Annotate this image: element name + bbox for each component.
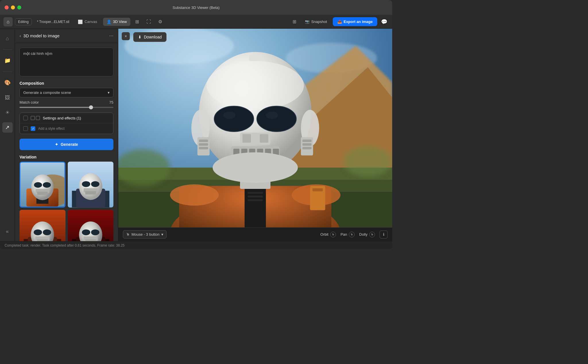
- settings-checkbox[interactable]: [23, 116, 28, 120]
- svg-point-30: [91, 229, 99, 235]
- composition-dropdown-value: Generate a composite scene: [23, 90, 71, 95]
- variation-title: Variation: [20, 155, 113, 159]
- grid-icon[interactable]: ⊞: [290, 17, 299, 26]
- panel-header: ‹ 3D model to image ···: [15, 29, 118, 43]
- svg-rect-77: [199, 143, 208, 146]
- mouse-mode-dropdown[interactable]: 🖱 Mouse - 3 button ▾: [123, 230, 167, 239]
- generate-label: Generate: [61, 142, 78, 147]
- thumb-4-image: [68, 210, 114, 241]
- toolbar-right: ⊞ 📷 Snapshot 📤 Export an image 💬: [290, 17, 389, 26]
- settings-icon-2: [36, 116, 40, 120]
- fullscreen-window-button[interactable]: [17, 5, 21, 9]
- close-window-button[interactable]: [5, 5, 9, 9]
- home-button[interactable]: ⌂: [3, 17, 13, 26]
- slider-thumb[interactable]: [89, 105, 93, 109]
- svg-point-73: [213, 152, 298, 183]
- panel-title: 3D model to image: [23, 33, 107, 38]
- svg-rect-65: [260, 134, 268, 143]
- sidebar-item-lighting[interactable]: ☀: [2, 107, 13, 118]
- sidebar-item-textures[interactable]: 🖼: [2, 92, 13, 103]
- pan-mouse-icon: 🖱: [349, 232, 355, 237]
- editing-badge[interactable]: Editing: [15, 18, 32, 25]
- dolly-control: Dolly 🖱: [359, 232, 375, 237]
- dropdown-chevron-icon: ▾: [108, 90, 110, 95]
- settings-icon-group: [31, 116, 40, 120]
- style-checkbox-checked[interactable]: [31, 126, 35, 131]
- canvas-tab[interactable]: ⬜ Canvas: [74, 18, 100, 26]
- variation-thumb-3[interactable]: [20, 210, 65, 241]
- view-icon-3[interactable]: ⚙: [156, 17, 165, 26]
- prompt-input[interactable]: một cái hình nộm: [20, 48, 113, 76]
- sidebar-item-export[interactable]: ↗: [2, 122, 13, 133]
- settings-row-2[interactable]: Add a style effect: [20, 123, 113, 134]
- orbit-mouse-icon: 🖱: [330, 232, 336, 237]
- variation-grid: [20, 162, 113, 241]
- svg-point-12: [79, 173, 102, 200]
- dolly-mouse-icon: 🖱: [369, 232, 375, 237]
- snapshot-icon: 📷: [305, 20, 310, 24]
- panel-more-button[interactable]: ···: [109, 33, 113, 39]
- status-text: Completed task: render. Task completed a…: [5, 243, 125, 247]
- variation-thumb-2[interactable]: [68, 162, 114, 208]
- svg-point-49: [170, 184, 219, 206]
- orbit-control: Orbit 🖱: [320, 232, 336, 237]
- export-label: Export an image: [344, 20, 373, 24]
- svg-point-13: [82, 181, 90, 187]
- sidebar-item-home[interactable]: ⌂: [2, 33, 13, 44]
- threed-tab[interactable]: 👤 3D View: [103, 18, 130, 26]
- close-image-button[interactable]: ×: [122, 32, 130, 40]
- window-title: Substance 3D Viewer (Beta): [173, 5, 220, 10]
- generate-icon: ✦: [55, 142, 58, 147]
- svg-point-22: [43, 229, 51, 235]
- svg-point-6: [43, 182, 51, 188]
- composition-title: Composition: [20, 81, 113, 86]
- download-button[interactable]: ⬇ Download: [133, 32, 167, 42]
- generate-button[interactable]: ✦ Generate: [20, 139, 113, 150]
- sidebar-collapse-button[interactable]: «: [2, 226, 13, 237]
- snapshot-button[interactable]: 📷 Snapshot: [301, 18, 330, 26]
- variation-thumb-4[interactable]: [68, 210, 114, 241]
- pan-control: Pan 🖱: [341, 232, 355, 237]
- mouse-mode-icon: 🖱: [126, 232, 130, 237]
- svg-point-42: [343, 146, 392, 177]
- svg-point-5: [34, 182, 42, 188]
- svg-point-29: [82, 229, 90, 235]
- chat-button[interactable]: 💬: [380, 17, 389, 26]
- svg-rect-32: [85, 239, 96, 241]
- svg-rect-16: [85, 191, 96, 195]
- composition-dropdown[interactable]: Generate a composite scene ▾: [20, 88, 113, 97]
- settings-row-1[interactable]: Settings and effects (1): [20, 113, 113, 123]
- view-icon-1[interactable]: ⊞: [133, 17, 142, 26]
- download-icon: ⬇: [138, 35, 142, 39]
- svg-rect-46: [248, 192, 263, 194]
- export-button[interactable]: 📤 Export an image: [333, 17, 377, 26]
- panel-back-button[interactable]: ‹: [20, 33, 21, 38]
- variation-thumb-1[interactable]: [20, 162, 65, 208]
- toolbar-left: ⌂ Editing * Trooper...ELMET.stl ⬜ Canvas…: [3, 17, 288, 26]
- toolbar: ⌂ Editing * Trooper...ELMET.stl ⬜ Canvas…: [0, 15, 392, 29]
- svg-rect-76: [199, 140, 208, 142]
- close-icon: ×: [125, 34, 127, 38]
- view-icon-2[interactable]: ⛶: [144, 17, 153, 26]
- view-controls: 🖱 Mouse - 3 button ▾ Orbit 🖱 Pan 🖱 Dolly…: [118, 227, 392, 241]
- svg-point-56: [206, 61, 304, 110]
- svg-point-4: [31, 175, 54, 200]
- sidebar-item-files[interactable]: 📁: [2, 55, 13, 66]
- file-tab[interactable]: * Trooper...ELMET.stl: [34, 19, 72, 25]
- canvas-icon: ⬜: [78, 20, 83, 24]
- sidebar-item-materials[interactable]: 🎨: [2, 78, 13, 88]
- minimize-window-button[interactable]: [11, 5, 15, 9]
- orbit-label: Orbit: [320, 232, 328, 237]
- match-color-slider[interactable]: [20, 107, 113, 108]
- sidebar-divider-2: [3, 71, 12, 72]
- svg-rect-83: [312, 188, 323, 191]
- status-bar: Completed task: render. Task completed a…: [0, 241, 392, 249]
- main-3d-view[interactable]: × ⬇ Download 🖱 Mouse - 3 button ▾ Orbit …: [118, 29, 392, 241]
- svg-rect-81: [302, 147, 312, 149]
- style-checkbox[interactable]: [23, 126, 28, 131]
- svg-point-14: [91, 181, 99, 187]
- composition-section: Composition Generate a composite scene ▾…: [20, 81, 113, 108]
- info-button[interactable]: ℹ: [380, 231, 388, 239]
- settings-title: Settings and effects (1): [43, 116, 81, 120]
- svg-rect-64: [242, 134, 251, 143]
